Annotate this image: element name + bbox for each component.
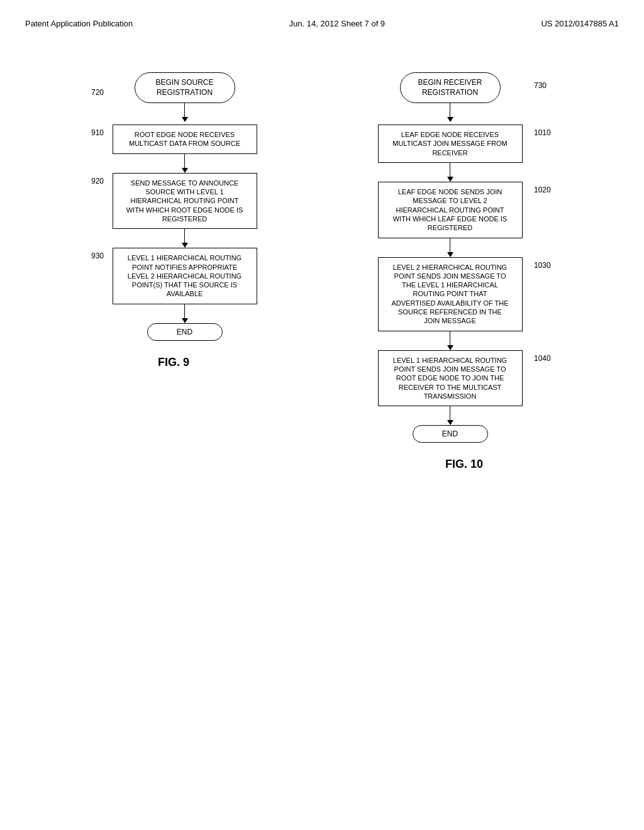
fig10-step2-num: 1020 [530, 182, 571, 194]
fig10-step3-box: LEVEL 2 HIERARCHICAL ROUTING POINT SENDS… [378, 257, 523, 331]
fig10-step1-box: LEAF EDGE NODE RECEIVES MULTICAST JOIN M… [378, 124, 523, 163]
fig9-step3-num: 930 [73, 248, 108, 260]
fig9-step2-num: 920 [73, 173, 108, 185]
arrow [182, 304, 188, 323]
figures-container: 720 BEGIN SOURCE REGISTRATION 910 ROOT E… [25, 47, 619, 471]
arrow [182, 154, 188, 173]
header-right: US 2012/0147885 A1 [541, 19, 619, 28]
fig9-step1-box: ROOT EDGE NODE RECEIVES MULTICAST DATA F… [113, 124, 257, 154]
fig10-step4-num: 1040 [530, 350, 571, 363]
fig10-main-label: 730 [530, 72, 571, 90]
fig10-step2-box: LEAF EDGE NODE SENDS JOIN MESSAGE TO LEV… [378, 182, 523, 238]
page: Patent Application Publication Jun. 14, … [0, 0, 644, 830]
fig9-step3-box: LEVEL 1 HIERARCHICAL ROUTING POINT NOTIF… [113, 248, 257, 304]
fig10-caption: FIG. 10 [445, 458, 483, 471]
fig9-step2-box: SEND MESSAGE TO ANNOUNCE SOURCE WITH LEV… [113, 173, 257, 229]
arrow [447, 406, 453, 425]
fig9-end-node: END [147, 323, 223, 341]
fig10-begin-node: BEGIN RECEIVER REGISTRATION [400, 72, 501, 103]
fig10-step1-num: 1010 [530, 124, 571, 137]
fig9-caption: FIG. 9 [158, 356, 189, 369]
header-center: Jun. 14, 2012 Sheet 7 of 9 [289, 19, 386, 28]
header-left: Patent Application Publication [25, 19, 133, 28]
fig10-step3-num: 1030 [530, 257, 571, 270]
fig9-step1-num: 910 [73, 124, 108, 137]
header: Patent Application Publication Jun. 14, … [25, 13, 619, 47]
arrow [447, 163, 453, 182]
fig9-main-label: 720 [73, 72, 108, 97]
arrow [447, 103, 453, 122]
arrow [447, 238, 453, 257]
arrow [447, 331, 453, 350]
fig10-end-node: END [413, 425, 488, 443]
arrow [182, 103, 188, 122]
arrow [182, 229, 188, 248]
fig9-begin-node: BEGIN SOURCE REGISTRATION [135, 72, 235, 103]
fig10-step4-box: LEVEL 1 HIERARCHICAL ROUTING POINT SENDS… [378, 350, 523, 406]
